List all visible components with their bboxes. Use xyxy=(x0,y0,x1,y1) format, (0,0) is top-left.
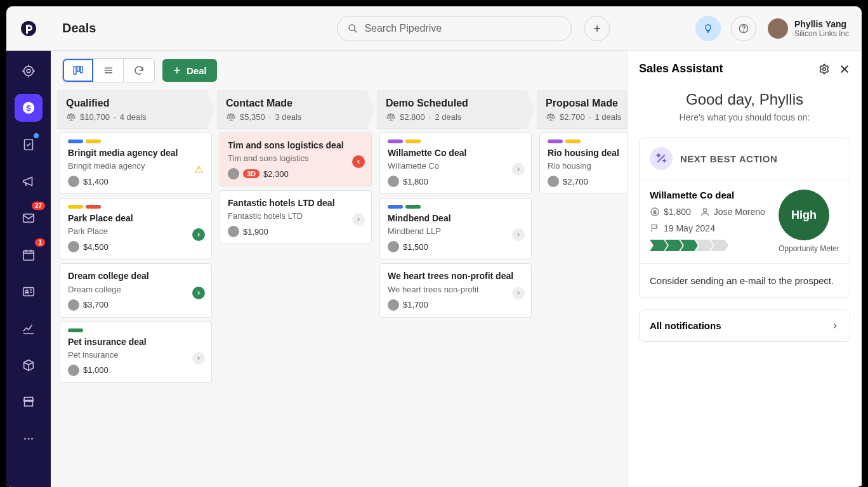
user-menu[interactable]: Phyllis Yang Silicon Links Inc xyxy=(768,18,849,39)
svg-rect-21 xyxy=(23,288,34,296)
dollar-icon: $ xyxy=(22,101,36,115)
page-title: Deals xyxy=(62,21,96,36)
deal-org: Bringit media agency xyxy=(68,161,204,171)
assistant-button[interactable] xyxy=(695,16,721,41)
nav-projects[interactable] xyxy=(15,131,43,159)
deal-card[interactable]: Fantastic hotels LTD deal Fantastic hote… xyxy=(220,190,372,244)
refresh-icon xyxy=(133,65,145,76)
all-notifications-button[interactable]: All notifications xyxy=(639,309,850,342)
meter-level: High xyxy=(779,190,829,240)
nav-deals[interactable]: $ xyxy=(15,94,43,122)
nav-mail[interactable]: 27 xyxy=(15,204,43,232)
nav-insights[interactable] xyxy=(15,315,43,342)
deal-card[interactable]: Tim and sons logistics deal Tim and sons… xyxy=(220,133,372,186)
panel-title: Sales Assistant xyxy=(639,62,723,75)
deal-card[interactable]: Mindbend Deal Mindbend LLP $1,500 xyxy=(379,198,532,259)
deal-card[interactable]: Pet insurance deal Pet insurance $1,000 xyxy=(60,321,212,383)
deal-title: Fantastic hotels LTD deal xyxy=(228,197,364,209)
svg-point-6 xyxy=(744,30,744,31)
svg-rect-31 xyxy=(81,67,82,73)
deal-org: Dream college xyxy=(68,285,204,294)
nav-contacts[interactable] xyxy=(15,278,43,306)
deal-card[interactable]: We heart trees non-profit deal We heart … xyxy=(379,263,532,317)
deal-card[interactable]: Bringit media agency deal Bringit media … xyxy=(60,133,212,194)
store-icon xyxy=(22,395,36,409)
view-pipeline[interactable] xyxy=(63,59,93,82)
dots-icon xyxy=(22,432,36,446)
deal-value: $1,900 xyxy=(243,227,268,237)
view-list[interactable] xyxy=(93,59,124,82)
search-icon xyxy=(348,23,358,34)
owner-avatar xyxy=(388,176,399,187)
mail-badge: 27 xyxy=(32,202,45,210)
help-icon xyxy=(739,23,749,34)
nav-activities[interactable]: 1 xyxy=(15,241,43,269)
deal-org: We heart trees non-profit xyxy=(388,285,523,294)
search-placeholder: Search Pipedrive xyxy=(364,23,442,34)
nba-amount: $1,800 xyxy=(664,207,691,217)
owner-avatar xyxy=(68,299,79,311)
owner-avatar xyxy=(228,168,239,179)
nav-marketplace[interactable] xyxy=(15,388,43,416)
forward-icon xyxy=(192,352,205,365)
assistant-panel: Sales Assistant Good day, Phyllis Here's… xyxy=(627,51,862,487)
column-count: 3 deals xyxy=(275,112,301,122)
deal-tag xyxy=(388,205,403,209)
deal-tag xyxy=(548,140,563,143)
svg-point-27 xyxy=(28,438,30,440)
deal-value: $1,000 xyxy=(83,365,109,375)
nba-suggestion: Consider sending an e-mail to the prospe… xyxy=(640,264,850,297)
greeting-sub: Here's what you should focus on: xyxy=(639,112,850,122)
opportunity-meter: High Opportunity Meter xyxy=(779,190,839,253)
close-icon[interactable] xyxy=(839,63,850,75)
svg-point-7 xyxy=(24,67,34,76)
flag-icon xyxy=(650,223,660,233)
all-notifications-label: All notifications xyxy=(650,320,721,331)
view-forecast[interactable] xyxy=(124,59,154,82)
svg-point-8 xyxy=(27,69,30,73)
deal-card[interactable]: Park Place deal Park Place $4,500 xyxy=(60,198,212,259)
owner-avatar xyxy=(388,299,399,311)
deal-title: Mindbend Deal xyxy=(388,212,523,224)
calendar-badge: 1 xyxy=(35,238,45,247)
pipeline-column: Demo Scheduled $2,800 · 2 deals Willamet… xyxy=(377,90,534,487)
nav-products[interactable] xyxy=(15,351,43,379)
svg-point-42 xyxy=(703,209,706,212)
nba-deal-name: Willamette Co deal xyxy=(650,190,771,200)
search-input[interactable]: Search Pipedrive xyxy=(337,16,572,41)
svg-point-22 xyxy=(25,290,28,292)
forward-icon xyxy=(512,228,525,241)
svg-line-2 xyxy=(354,30,357,32)
deal-card[interactable]: Dream college deal Dream college $3,700 xyxy=(60,263,212,317)
deal-title: We heart trees non-profit deal xyxy=(388,270,523,282)
svg-point-1 xyxy=(349,25,355,30)
nav-leads[interactable] xyxy=(15,57,43,85)
help-button[interactable] xyxy=(731,16,756,41)
nav-more[interactable] xyxy=(15,425,43,453)
deal-card[interactable]: Willamette Co deal Willamette Co $1,800 xyxy=(379,133,532,194)
column-total: $2,700 xyxy=(560,112,585,122)
stage-progress xyxy=(650,240,771,251)
deal-org: Willamette Co xyxy=(388,161,523,171)
svg-point-26 xyxy=(24,438,26,440)
settings-icon[interactable] xyxy=(819,63,830,75)
svg-rect-17 xyxy=(23,251,34,261)
next-best-action-card: NEXT BEST ACTION Willamette Co deal $$1,… xyxy=(639,138,850,298)
nav-campaigns[interactable] xyxy=(15,167,43,195)
deal-tag xyxy=(405,140,421,143)
warning-icon: ⚠ xyxy=(192,163,205,176)
svg-point-37 xyxy=(823,67,826,70)
deal-title: Pet insurance deal xyxy=(68,336,204,347)
column-total: $2,800 xyxy=(400,112,425,122)
deal-value: $1,800 xyxy=(403,177,428,186)
user-org: Silicon Links Inc xyxy=(794,29,849,38)
add-button[interactable] xyxy=(584,16,610,41)
deal-org: Pet insurance xyxy=(68,350,204,360)
deal-value: $2,300 xyxy=(263,169,289,179)
mail-icon xyxy=(22,211,36,225)
deal-value: $4,500 xyxy=(83,242,109,252)
deal-org: Park Place xyxy=(68,226,204,236)
person-icon xyxy=(700,207,710,217)
add-deal-button[interactable]: Deal xyxy=(162,59,217,82)
forward-icon xyxy=(352,213,365,226)
